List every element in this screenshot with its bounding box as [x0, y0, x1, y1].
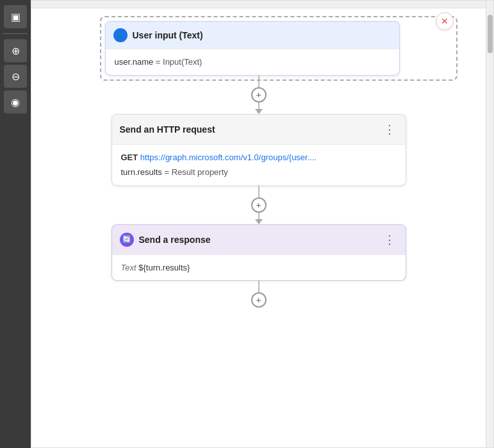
connector-3: +: [251, 281, 267, 308]
user-input-header: 👤 User input (Text): [106, 22, 399, 49]
flow-main: 👤 User input (Text) user.name = Input(Te…: [44, 21, 473, 308]
toolbar-separator: [3, 33, 28, 34]
line-4: [258, 213, 259, 219]
panel-toggle-button[interactable]: ▣: [4, 5, 27, 28]
http-request-menu[interactable]: ⋮: [381, 121, 398, 138]
flow-container: 👤 User input (Text) user.name = Input(Te…: [31, 8, 486, 447]
user-input-field-label: user.name: [115, 57, 154, 67]
line-2: [258, 103, 259, 109]
arrow-1: [255, 109, 263, 114]
http-url: https://graph.microsoft.com/v1.0/groups/…: [140, 153, 317, 162]
send-response-field-value: ${turn.results}: [138, 263, 190, 272]
zoom-in-button[interactable]: ⊕: [4, 39, 27, 62]
close-icon: ✕: [441, 16, 449, 26]
send-response-icon: 🔄: [120, 233, 134, 247]
user-input-title: User input (Text): [133, 30, 391, 40]
connector-1: +: [251, 76, 267, 114]
zoom-in-icon: ⊕: [12, 45, 20, 57]
send-response-field-label: Text: [121, 263, 136, 272]
http-url-field: GET https://graph.microsoft.com/v1.0/gro…: [121, 151, 397, 164]
user-input-selection: 👤 User input (Text) user.name = Input(Te…: [105, 21, 413, 76]
http-request-header: Send an HTTP request ⋮: [112, 115, 406, 144]
scrollbar-right[interactable]: [486, 1, 493, 447]
left-toolbar: ▣ ⊕ ⊖ ◉: [0, 0, 31, 448]
connector-2: +: [251, 186, 267, 224]
arrow-2: [255, 219, 263, 224]
add-button-2[interactable]: +: [251, 197, 267, 213]
add-button-3[interactable]: +: [251, 292, 267, 308]
user-input-field-value: = Input(Text): [156, 57, 202, 67]
delete-btn-wrapper: ✕: [436, 12, 454, 30]
user-input-field: user.name = Input(Text): [115, 56, 390, 69]
add-button-1[interactable]: +: [251, 87, 267, 103]
user-input-body: user.name = Input(Text): [106, 49, 399, 75]
user-input-icon: 👤: [113, 28, 128, 42]
send-response-menu[interactable]: ⋮: [381, 231, 398, 248]
http-method: GET: [121, 153, 138, 162]
plus-icon-3: +: [256, 295, 261, 304]
http-request-body: GET https://graph.microsoft.com/v1.0/gro…: [112, 144, 406, 185]
zoom-out-button[interactable]: ⊖: [4, 65, 27, 88]
plus-icon-2: +: [256, 201, 261, 210]
fit-view-icon: ◉: [11, 96, 20, 108]
panel-icon: ▣: [11, 11, 21, 23]
line-3: [258, 186, 259, 197]
zoom-out-icon: ⊖: [12, 71, 20, 83]
send-response-node[interactable]: 🔄 Send a response ⋮ Text ${turn.results}: [111, 224, 406, 281]
canvas-area: 👤 User input (Text) user.name = Input(Te…: [31, 0, 494, 448]
http-request-title: Send an HTTP request: [120, 124, 376, 135]
delete-button[interactable]: ✕: [436, 12, 454, 30]
http-result-field: turn.results = Result property: [121, 166, 397, 179]
plus-icon-1: +: [256, 90, 261, 99]
http-result-label: turn.results: [121, 167, 162, 177]
send-response-field: Text ${turn.results}: [121, 261, 397, 274]
scrollbar-top[interactable]: [31, 1, 486, 8]
send-response-header: 🔄 Send a response ⋮: [112, 225, 406, 254]
user-input-node[interactable]: 👤 User input (Text) user.name = Input(Te…: [105, 21, 400, 76]
scrollbar-thumb: [488, 15, 493, 53]
user-icon: 👤: [116, 31, 125, 40]
line-1: [258, 76, 259, 87]
send-response-title: Send a response: [139, 235, 376, 245]
http-request-node[interactable]: Send an HTTP request ⋮ GET https://graph…: [111, 114, 406, 186]
send-response-body: Text ${turn.results}: [112, 254, 406, 281]
line-5: [258, 281, 259, 292]
http-result-value: = Result property: [164, 167, 227, 177]
fit-view-button[interactable]: ◉: [4, 90, 27, 113]
response-icon: 🔄: [122, 235, 131, 244]
